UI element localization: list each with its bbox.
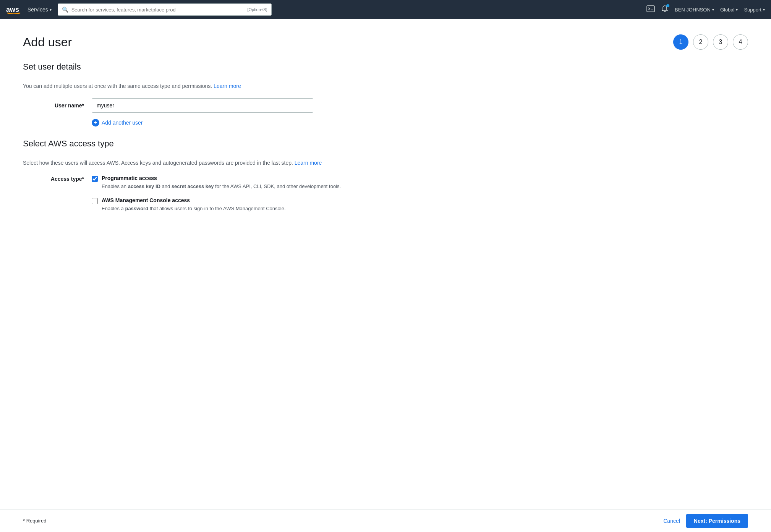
programmatic-access-option: Programmatic access Enables an access ke…	[92, 175, 341, 190]
set-user-details-title: Set user details	[23, 62, 748, 72]
section-divider-2	[23, 152, 748, 152]
console-access-checkbox[interactable]	[92, 198, 98, 204]
region-menu[interactable]: Global ▾	[720, 7, 738, 13]
services-chevron-icon: ▾	[50, 8, 52, 12]
support-menu[interactable]: Support ▾	[744, 7, 765, 13]
set-user-details-section: Set user details You can add multiple us…	[23, 62, 748, 127]
cancel-button[interactable]: Cancel	[663, 518, 680, 524]
username-label: User name*	[23, 102, 84, 109]
notifications-button[interactable]	[661, 5, 669, 15]
svg-text:aws: aws	[6, 6, 19, 13]
access-type-row: Access type* Programmatic access Enables…	[23, 175, 748, 212]
access-type-section: Select AWS access type Select how these …	[23, 139, 748, 212]
support-chevron-icon: ▾	[763, 8, 765, 12]
set-user-details-learn-more[interactable]: Learn more	[214, 83, 241, 89]
step-3[interactable]: 3	[713, 34, 728, 50]
page-header: Add user 1 2 3 4	[23, 34, 748, 50]
step-1[interactable]: 1	[673, 34, 688, 50]
aws-logo-icon: aws	[6, 5, 21, 14]
programmatic-access-desc: Enables an access key ID and secret acce…	[102, 183, 341, 190]
step-indicators: 1 2 3 4	[673, 34, 748, 50]
console-access-desc: Enables a password that allows users to …	[102, 205, 286, 212]
programmatic-access-checkbox[interactable]	[92, 176, 98, 182]
main-content: Add user 1 2 3 4 Set user details You ca…	[0, 19, 771, 532]
console-access-title: AWS Management Console access	[102, 197, 286, 203]
global-search[interactable]: 🔍 [Option+S]	[58, 3, 272, 16]
username-input[interactable]	[92, 98, 313, 113]
step-2[interactable]: 2	[693, 34, 708, 50]
footer-actions: Cancel Next: Permissions	[663, 514, 748, 528]
search-input[interactable]	[71, 7, 245, 13]
search-icon: 🔍	[62, 6, 68, 13]
user-menu[interactable]: BEN JOHNSON ▾	[675, 7, 714, 13]
search-shortcut: [Option+S]	[247, 7, 267, 12]
terminal-button[interactable]	[646, 5, 655, 14]
add-user-plus-icon: +	[92, 119, 99, 127]
console-access-option: AWS Management Console access Enables a …	[92, 197, 341, 212]
section-divider-1	[23, 75, 748, 75]
svg-rect-1	[647, 6, 654, 12]
next-button[interactable]: Next: Permissions	[686, 514, 748, 528]
access-options-list: Programmatic access Enables an access ke…	[92, 175, 341, 212]
access-type-label: Access type*	[23, 175, 84, 182]
services-menu[interactable]: Services ▾	[28, 6, 52, 13]
aws-logo[interactable]: aws	[6, 5, 21, 14]
set-user-details-desc: You can add multiple users at once with …	[23, 83, 748, 89]
navbar: aws Services ▾ 🔍 [Option+S] BEN	[0, 0, 771, 19]
required-note: * Required	[23, 518, 46, 524]
page-title: Add user	[23, 35, 72, 49]
access-type-desc: Select how these users will access AWS. …	[23, 160, 748, 166]
footer: * Required Cancel Next: Permissions	[0, 509, 771, 532]
notification-dot	[666, 4, 669, 7]
add-another-user-button[interactable]: + Add another user	[92, 119, 748, 127]
region-chevron-icon: ▾	[736, 8, 738, 12]
programmatic-access-title: Programmatic access	[102, 175, 341, 181]
user-chevron-icon: ▾	[712, 8, 714, 12]
terminal-icon	[646, 5, 655, 12]
access-type-title: Select AWS access type	[23, 139, 748, 149]
username-row: User name*	[23, 98, 748, 113]
step-4[interactable]: 4	[733, 34, 748, 50]
access-type-learn-more[interactable]: Learn more	[295, 160, 322, 166]
nav-right: BEN JOHNSON ▾ Global ▾ Support ▾	[646, 5, 765, 15]
